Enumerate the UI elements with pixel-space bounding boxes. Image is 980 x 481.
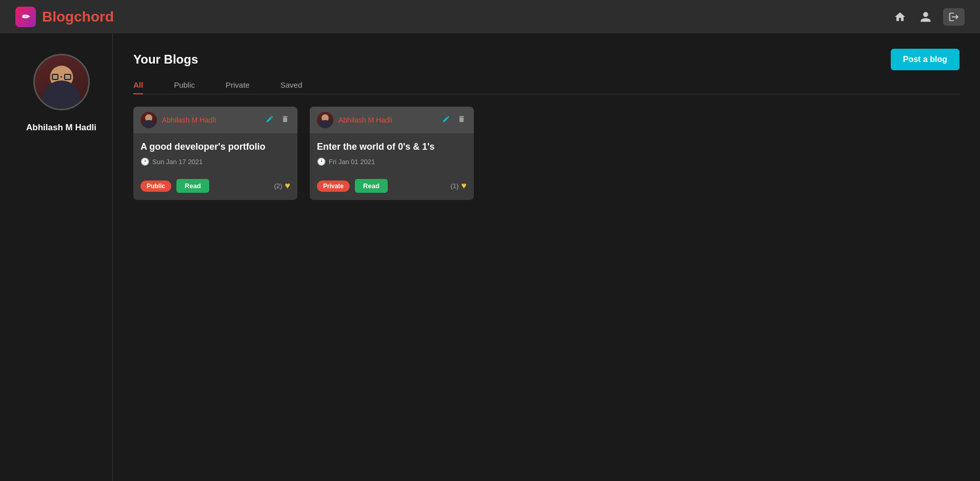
card-footer: Public Read (2) ♥ (133, 179, 297, 200)
blog-card: Abhilash M Hadli (310, 107, 474, 200)
avatar-glasses (52, 74, 71, 80)
card-avatar (141, 112, 157, 128)
logo-icon: ✏ (15, 7, 36, 27)
logo-text: Blogchord (42, 9, 114, 25)
delete-button[interactable] (280, 114, 290, 127)
read-button[interactable]: Read (176, 179, 209, 193)
card-author-name: Abhilash M Hadli (162, 116, 216, 124)
card-avatar-body (319, 120, 331, 128)
delete-icon (281, 115, 289, 123)
glass-left (52, 74, 58, 80)
card-date-text: Fri Jan 01 2021 (329, 158, 375, 166)
edit-icon (442, 115, 450, 123)
edit-button[interactable] (265, 114, 275, 127)
status-badge: Public (141, 181, 171, 192)
card-title: A good developer's portfolio (141, 142, 290, 152)
app-header: ✏ Blogchord (0, 0, 980, 33)
logo: ✏ Blogchord (15, 7, 114, 27)
card-body: Enter the world of 0's & 1's 🕐 Fri Jan 0… (310, 133, 474, 179)
blogs-grid: Abhilash M Hadli (133, 107, 959, 200)
card-author-name: Abhilash M Hadli (338, 116, 392, 124)
page-title: Your Blogs (133, 52, 198, 67)
user-avatar (33, 54, 90, 110)
card-footer-left: Private Read (317, 179, 388, 193)
home-icon (894, 11, 906, 23)
card-footer-left: Public Read (141, 179, 209, 193)
tab-all[interactable]: All (133, 81, 143, 94)
card-actions (441, 114, 467, 127)
card-date-text: Sun Jan 17 2021 (152, 158, 203, 166)
card-avatar (317, 112, 333, 128)
main-layout: Abhilash M Hadli Your Blogs Post a blog … (0, 33, 980, 481)
account-icon (919, 11, 932, 23)
logout-icon (948, 11, 959, 23)
card-date: 🕐 Fri Jan 01 2021 (317, 157, 467, 166)
edit-button[interactable] (441, 114, 451, 127)
avatar-body (42, 81, 81, 109)
clock-icon: 🕐 (317, 157, 326, 166)
card-avatar-body (143, 120, 155, 128)
likes-number: (1) (450, 182, 458, 190)
card-footer: Private Read (1) ♥ (310, 179, 474, 200)
delete-button[interactable] (456, 114, 467, 127)
likes-count: (1) ♥ (450, 181, 467, 191)
edit-icon (266, 115, 274, 123)
blog-card: Abhilash M Hadli (133, 107, 297, 200)
header-nav (892, 8, 965, 26)
card-body: A good developer's portfolio 🕐 Sun Jan 1… (133, 133, 297, 179)
card-header: Abhilash M Hadli (133, 107, 297, 133)
card-header: Abhilash M Hadli (310, 107, 474, 133)
card-author: Abhilash M Hadli (317, 112, 392, 128)
main-content: Your Blogs Post a blog All Public Privat… (113, 33, 980, 481)
home-button[interactable] (892, 9, 908, 25)
content-header: Your Blogs Post a blog (133, 49, 959, 70)
likes-number: (2) (274, 182, 282, 190)
clock-icon: 🕐 (141, 157, 149, 166)
read-button[interactable]: Read (355, 179, 388, 193)
avatar-placeholder (35, 55, 88, 109)
glass-right (64, 74, 71, 80)
tab-private[interactable]: Private (226, 81, 250, 94)
account-button[interactable] (917, 9, 934, 25)
card-author: Abhilash M Hadli (141, 112, 216, 128)
logout-button[interactable] (943, 8, 965, 26)
post-blog-button[interactable]: Post a blog (891, 49, 959, 70)
card-actions (265, 114, 290, 127)
tab-saved[interactable]: Saved (281, 81, 303, 94)
sidebar: Abhilash M Hadli (0, 33, 113, 481)
heart-icon: ♥ (461, 181, 467, 191)
sidebar-user-name: Abhilash M Hadli (26, 123, 96, 133)
filter-tabs: All Public Private Saved (133, 81, 959, 94)
status-badge: Private (317, 181, 350, 192)
card-title: Enter the world of 0's & 1's (317, 142, 467, 152)
heart-icon: ♥ (285, 181, 290, 191)
card-date: 🕐 Sun Jan 17 2021 (141, 157, 290, 166)
likes-count: (2) ♥ (274, 181, 290, 191)
glass-bridge (61, 76, 62, 77)
delete-icon (457, 115, 466, 123)
tab-public[interactable]: Public (174, 81, 195, 94)
